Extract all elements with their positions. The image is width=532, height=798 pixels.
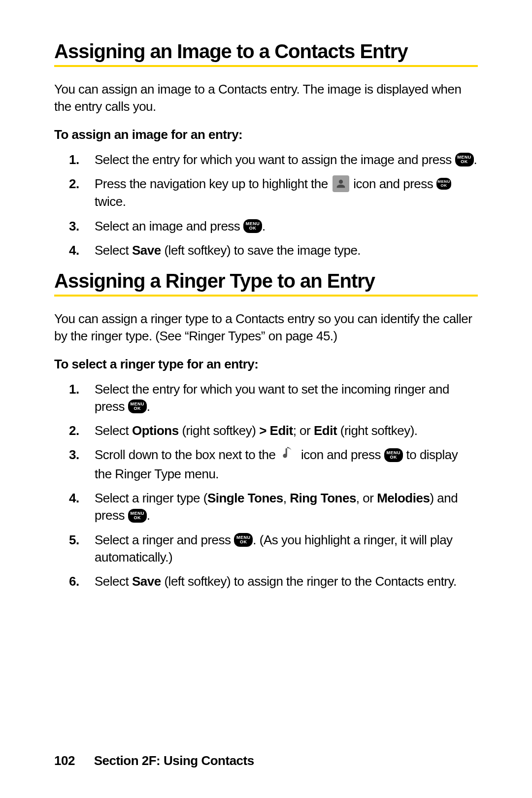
section-heading-assign-image: Assigning an Image to a Contacts Entry bbox=[54, 39, 478, 63]
section2-intro: You can assign a ringer type to a Contac… bbox=[54, 310, 478, 345]
page-footer: 102 Section 2F: Using Contacts bbox=[54, 753, 254, 768]
step-number: 2. bbox=[69, 422, 79, 439]
step: 1. Select the entry for which you want t… bbox=[89, 381, 478, 415]
step-number: 6. bbox=[69, 573, 79, 590]
step-number: 3. bbox=[69, 446, 79, 464]
step-number: 3. bbox=[69, 218, 79, 235]
step: 2. Select Options (right softkey) > Edit… bbox=[89, 422, 478, 439]
menu-ok-key-icon: MENUOK bbox=[243, 219, 262, 233]
heading-underline bbox=[54, 295, 478, 297]
step-text: Select the entry for which you want to a… bbox=[95, 152, 455, 167]
step-text: Select a ringer type ( bbox=[95, 491, 207, 505]
step-text: (right softkey) bbox=[179, 423, 259, 438]
bold-save: Save bbox=[132, 243, 161, 258]
step: 4. Select Save (left softkey) to save th… bbox=[89, 242, 478, 259]
section1-intro: You can assign an image to a Contacts en… bbox=[54, 81, 478, 115]
step: 3. Scroll down to the box next to the ic… bbox=[89, 446, 478, 483]
bold-ring-tones: Ring Tones bbox=[290, 491, 356, 505]
manual-page: Assigning an Image to a Contacts Entry Y… bbox=[0, 0, 532, 798]
step-number: 2. bbox=[69, 175, 79, 193]
step-text: . bbox=[147, 508, 150, 523]
footer-section-label: Section 2F: Using Contacts bbox=[94, 753, 254, 768]
menu-ok-key-icon: MENUOK bbox=[128, 399, 147, 413]
step-text: icon and press bbox=[298, 448, 384, 463]
bold-single-tones: Single Tones bbox=[207, 491, 283, 505]
section1-steps: 1. Select the entry for which you want t… bbox=[54, 151, 478, 259]
step-text: Select bbox=[95, 574, 132, 589]
bold-options: Options bbox=[132, 423, 179, 438]
menu-ok-key-icon: MENUOK bbox=[128, 509, 147, 523]
step-number: 1. bbox=[69, 151, 79, 168]
bold-edit: Edit bbox=[314, 423, 337, 438]
step-number: 4. bbox=[69, 490, 79, 507]
step-number: 1. bbox=[69, 381, 79, 398]
step-text: , bbox=[283, 491, 290, 505]
heading-underline bbox=[54, 65, 478, 67]
step: 5. Select a ringer and press MENUOK. (As… bbox=[89, 532, 478, 566]
menu-ok-key-icon: MENUOK bbox=[455, 153, 474, 166]
step-text: (left softkey) to assign the ringer to t… bbox=[161, 574, 457, 589]
menu-ok-key-icon: MENUOK bbox=[436, 178, 451, 190]
bold-edit: > Edit bbox=[259, 423, 293, 438]
step-text: . bbox=[262, 219, 266, 233]
step-text: Select bbox=[95, 423, 132, 438]
step-text: Select an image and press bbox=[95, 219, 243, 233]
step-text: . bbox=[474, 152, 477, 167]
step-text: Press the navigation key up to highlight… bbox=[95, 176, 332, 191]
menu-ok-key-icon: MENUOK bbox=[384, 448, 403, 462]
page-number: 102 bbox=[54, 753, 75, 768]
bold-save: Save bbox=[132, 574, 161, 589]
step: 4. Select a ringer type (Single Tones, R… bbox=[89, 490, 478, 524]
step: 3. Select an image and press MENUOK. bbox=[89, 218, 478, 235]
step: 2. Press the navigation key up to highli… bbox=[89, 175, 478, 210]
bold-melodies: Melodies bbox=[377, 491, 430, 505]
music-note-icon bbox=[282, 445, 295, 465]
step-text: icon and press bbox=[350, 176, 437, 191]
contact-silhouette-icon bbox=[332, 175, 349, 192]
step-text: twice. bbox=[95, 194, 126, 209]
menu-ok-key-icon: MENUOK bbox=[234, 533, 253, 547]
step-text: Select bbox=[95, 243, 132, 258]
section1-subhead: To assign an image for an entry: bbox=[54, 127, 478, 142]
section2-subhead: To select a ringer type for an entry: bbox=[54, 357, 478, 372]
step-text: , or bbox=[356, 491, 377, 505]
section-heading-assign-ringer: Assigning a Ringer Type to an Entry bbox=[54, 269, 478, 293]
step-number: 5. bbox=[69, 532, 79, 549]
step-text: . bbox=[147, 399, 150, 414]
step-text: (left softkey) to save the image type. bbox=[161, 243, 361, 258]
step-text: (right softkey). bbox=[337, 423, 417, 438]
step-number: 4. bbox=[69, 242, 79, 259]
step: 6. Select Save (left softkey) to assign … bbox=[89, 573, 478, 590]
step-text: Select a ringer and press bbox=[95, 532, 234, 547]
step-text: ; or bbox=[293, 423, 314, 438]
step: 1. Select the entry for which you want t… bbox=[89, 151, 478, 168]
section2-steps: 1. Select the entry for which you want t… bbox=[54, 381, 478, 590]
step-text: Scroll down to the box next to the bbox=[95, 448, 279, 463]
